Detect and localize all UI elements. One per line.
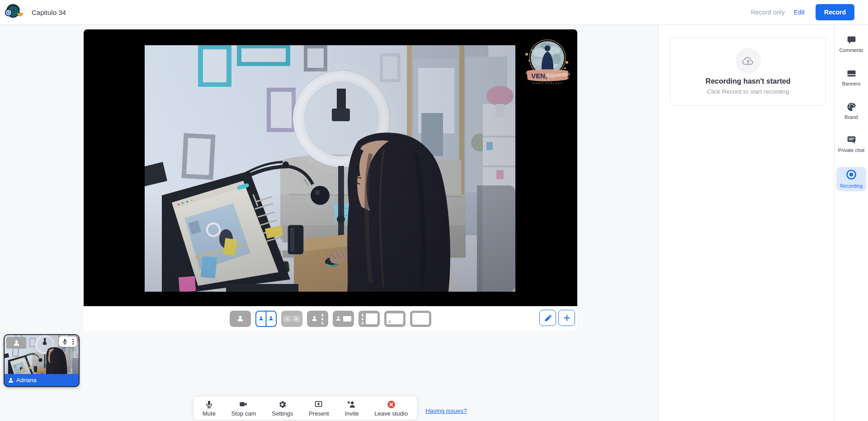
layout-screen-full[interactable] xyxy=(410,311,431,327)
session-title: Capitulo 34 xyxy=(32,9,66,16)
participant-video xyxy=(5,335,79,374)
watermark-text-podcast: VIDEO PODCAST xyxy=(533,82,562,85)
leave-icon xyxy=(387,400,396,409)
studio-video-feed xyxy=(145,45,515,292)
duck-logo-icon: S xyxy=(5,4,24,21)
leave-studio-button[interactable]: Leave studio xyxy=(374,400,408,417)
cloud-upload-icon xyxy=(742,55,755,66)
podcast-logo-watermark: VEN, Sígueme VIDEO PODCAST xyxy=(522,35,573,86)
recording-status-card: Recording hasn't started Click Record to… xyxy=(670,37,826,106)
svg-text:S: S xyxy=(8,11,10,14)
brand-palette-icon xyxy=(847,102,856,112)
layout-single-speaker[interactable] xyxy=(230,311,251,327)
participant-name-bar: Adriana xyxy=(5,374,79,386)
participant-mic-icon[interactable] xyxy=(61,338,68,345)
stage-card: VEN, Sígueme VIDEO PODCAST xyxy=(84,29,577,331)
private-chat-icon xyxy=(847,135,856,145)
participant-tile[interactable]: Adriana xyxy=(4,334,80,387)
settings-button[interactable]: Settings xyxy=(272,400,293,417)
call-controls-toolbar: Mute Stop cam Settings Present xyxy=(193,396,417,420)
video-stage: VEN, Sígueme VIDEO PODCAST xyxy=(84,29,577,306)
recording-panel: Recording hasn't started Click Record to… xyxy=(658,25,834,421)
invite-button[interactable]: Invite xyxy=(344,400,359,417)
banners-icon xyxy=(847,69,856,78)
add-layout-button[interactable] xyxy=(558,310,575,326)
app-logo[interactable]: S xyxy=(0,4,28,21)
present-icon xyxy=(314,400,324,409)
mic-icon xyxy=(204,400,214,409)
mute-button[interactable]: Mute xyxy=(203,400,216,417)
edit-mode-link[interactable]: Edit xyxy=(794,9,805,16)
edit-layout-button[interactable] xyxy=(539,310,556,326)
participant-name: Adriana xyxy=(16,377,37,383)
record-mode-label: Record only xyxy=(751,9,785,16)
tab-brand[interactable]: Brand xyxy=(836,100,866,123)
plus-icon xyxy=(562,313,571,322)
person-icon xyxy=(13,339,20,347)
recording-status-title: Recording hasn't started xyxy=(706,77,791,85)
record-button[interactable]: Record xyxy=(816,4,854,20)
layout-sidebar-screen[interactable] xyxy=(359,311,380,327)
layout-speaker-sidebar[interactable] xyxy=(307,311,328,327)
watermark-text-ven: VEN, xyxy=(531,72,547,80)
layout-screen-pip[interactable] xyxy=(384,311,406,327)
layout-selector xyxy=(84,306,577,331)
layout-split-two[interactable] xyxy=(255,311,277,327)
cloud-icon-circle xyxy=(736,48,761,73)
present-button[interactable]: Present xyxy=(309,400,329,417)
kebab-menu-icon[interactable] xyxy=(72,338,74,345)
comments-icon xyxy=(847,35,856,45)
tab-private-chat[interactable]: Private chat xyxy=(836,133,866,156)
top-bar: S Capitulo 34 Record only Edit Record xyxy=(0,0,868,25)
stop-cam-button[interactable]: Stop cam xyxy=(231,400,256,417)
layout-speaker-screen[interactable] xyxy=(333,311,354,327)
person-icon xyxy=(8,377,14,383)
tab-banners[interactable]: Banners xyxy=(836,67,866,89)
pencil-icon xyxy=(543,313,552,322)
layout-grid-two-disabled[interactable] xyxy=(281,311,302,327)
recording-icon xyxy=(845,169,857,180)
camera-icon xyxy=(239,400,249,409)
participant-count-badge xyxy=(6,337,26,349)
tab-comments[interactable]: Comments xyxy=(836,33,866,56)
invite-icon xyxy=(347,400,357,409)
side-tab-rail: Comments Banners Brand Private chat xyxy=(834,25,868,421)
having-issues-link[interactable]: Having issues? xyxy=(425,407,467,414)
tab-recording[interactable]: Recording xyxy=(836,167,866,191)
gear-icon xyxy=(278,400,287,409)
stage-area: VEN, Sígueme VIDEO PODCAST xyxy=(0,25,658,421)
recording-status-subtitle: Click Record to start recording xyxy=(707,88,789,95)
